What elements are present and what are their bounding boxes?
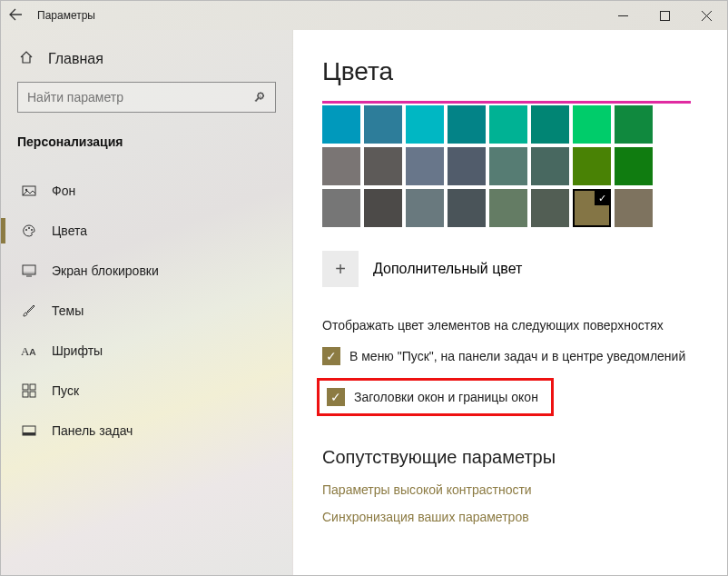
color-swatch[interactable] — [489, 189, 527, 227]
svg-text:Aᴀ: Aᴀ — [21, 344, 36, 358]
color-swatch[interactable]: ✓ — [573, 189, 611, 227]
color-swatch[interactable] — [448, 147, 486, 185]
checkmark-icon: ✓ — [322, 347, 340, 365]
window-title: Параметры — [37, 9, 95, 22]
link-sync-settings[interactable]: Синхронизация ваших параметров — [322, 510, 691, 524]
svg-rect-15 — [23, 392, 28, 397]
color-swatch[interactable] — [531, 105, 569, 144]
picture-icon — [21, 184, 37, 198]
color-swatch[interactable] — [406, 105, 444, 144]
svg-point-7 — [28, 227, 30, 229]
color-swatch[interactable] — [448, 189, 486, 227]
search-input[interactable] — [27, 90, 253, 104]
sidebar-item-lock-screen[interactable]: Экран блокировки — [17, 251, 276, 291]
color-swatch[interactable] — [489, 147, 527, 185]
palette-icon — [21, 223, 37, 238]
color-swatch[interactable] — [615, 189, 653, 227]
color-swatch[interactable] — [615, 105, 653, 144]
sidebar-item-label: Пуск — [52, 383, 79, 398]
svg-point-8 — [31, 229, 33, 231]
color-swatch[interactable] — [531, 189, 569, 227]
sidebar-item-palette[interactable]: Цвета — [17, 211, 276, 251]
color-swatch[interactable] — [573, 147, 611, 185]
home-link[interactable]: Главная — [17, 45, 276, 82]
color-swatch[interactable] — [406, 147, 444, 185]
maximize-button[interactable] — [644, 1, 685, 30]
home-icon — [19, 50, 35, 67]
sidebar-item-label: Панель задач — [52, 423, 133, 438]
plus-icon: + — [322, 251, 359, 287]
svg-rect-10 — [23, 272, 35, 274]
surfaces-heading: Отображать цвет элементов на следующих п… — [322, 318, 691, 333]
sidebar-item-font[interactable]: AᴀШрифты — [17, 331, 276, 371]
sidebar-nav: ФонЦветаЭкран блокировкиТемыAᴀШрифтыПуск… — [17, 171, 276, 451]
checkbox-label: Заголовки окон и границы окон — [354, 390, 538, 404]
main-content: Цвета ✓ + Дополнительный цвет Отображать… — [293, 30, 727, 575]
link-high-contrast[interactable]: Параметры высокой контрастности — [322, 482, 691, 497]
accent-topline — [322, 101, 691, 104]
color-swatch[interactable] — [364, 189, 402, 227]
color-swatch[interactable] — [364, 105, 402, 144]
search-icon: 🔍︎ — [253, 90, 266, 104]
color-swatch[interactable] — [448, 105, 486, 144]
taskbar-icon — [21, 423, 37, 438]
start-icon — [21, 383, 37, 398]
sidebar: Главная 🔍︎ Персонализация ФонЦветаЭкран … — [1, 30, 293, 575]
checkbox-start-taskbar[interactable]: ✓ В меню "Пуск", на панели задач и в цен… — [322, 347, 691, 365]
sidebar-item-picture[interactable]: Фон — [17, 171, 276, 211]
svg-rect-14 — [30, 384, 35, 390]
color-swatch[interactable] — [364, 147, 402, 185]
window-controls — [602, 1, 727, 30]
color-swatch[interactable] — [406, 189, 444, 227]
sidebar-item-taskbar[interactable]: Панель задач — [17, 411, 276, 451]
sidebar-item-label: Темы — [52, 303, 84, 318]
sidebar-item-label: Шрифты — [52, 343, 103, 358]
category-label: Персонализация — [17, 134, 276, 149]
related-heading: Сопутствующие параметры — [322, 447, 691, 468]
home-label: Главная — [48, 51, 103, 67]
color-swatch[interactable] — [322, 189, 360, 227]
checkmark-icon: ✓ — [327, 388, 345, 406]
font-icon: Aᴀ — [21, 343, 37, 358]
color-swatch-grid: ✓ — [322, 105, 691, 227]
svg-rect-1 — [660, 11, 669, 20]
sidebar-item-brush[interactable]: Темы — [17, 291, 276, 331]
color-swatch[interactable] — [489, 105, 527, 144]
checkbox-titlebars-highlight[interactable]: ✓ Заголовки окон и границы окон — [317, 378, 554, 416]
search-box[interactable]: 🔍︎ — [17, 82, 276, 113]
lock-screen-icon — [21, 263, 37, 278]
sidebar-item-start[interactable]: Пуск — [17, 371, 276, 411]
sidebar-item-label: Экран блокировки — [52, 263, 159, 278]
svg-point-6 — [25, 229, 27, 231]
custom-color-label: Дополнительный цвет — [373, 261, 522, 277]
close-button[interactable] — [685, 1, 727, 30]
sidebar-item-label: Фон — [52, 184, 75, 198]
color-swatch[interactable] — [573, 105, 611, 144]
svg-rect-16 — [30, 392, 35, 397]
minimize-button[interactable] — [602, 1, 644, 30]
sidebar-item-label: Цвета — [52, 223, 87, 238]
page-heading: Цвета — [322, 57, 691, 86]
custom-color-button[interactable]: + Дополнительный цвет — [322, 251, 691, 287]
checkmark-icon: ✓ — [595, 191, 609, 205]
color-swatch[interactable] — [322, 147, 360, 185]
color-swatch[interactable] — [531, 147, 569, 185]
checkbox-label: В меню "Пуск", на панели задач и в центр… — [349, 349, 685, 363]
svg-rect-18 — [23, 432, 35, 435]
color-swatch[interactable] — [615, 147, 653, 185]
brush-icon — [21, 303, 37, 318]
svg-rect-13 — [23, 384, 28, 390]
back-button[interactable] — [8, 7, 37, 25]
titlebar: Параметры — [1, 1, 727, 30]
color-swatch[interactable] — [322, 105, 360, 144]
